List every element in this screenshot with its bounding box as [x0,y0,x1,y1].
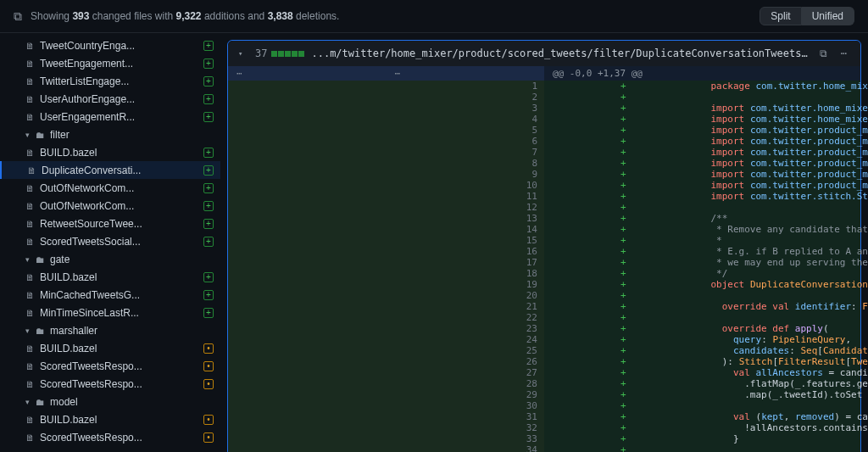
diff-badge: + [203,272,214,282]
code-content[interactable]: ): Stitch[FilterResult[TweetCandidate]] … [703,356,861,367]
tree-file[interactable]: 🗎BUILD.bazel+ [0,268,220,286]
code-content[interactable]: */ [703,268,861,279]
code-content[interactable]: override def apply( [703,323,861,334]
diff-marker: + [544,136,703,147]
line-number-new: 7 [387,147,545,158]
tree-file[interactable]: 🗎ScoredTweetsRespo...• [0,428,220,446]
diff-marker: + [544,312,703,323]
tree-file[interactable]: 🗎TwitterListEngage...+ [0,72,220,90]
code-content[interactable]: } [703,433,861,444]
tree-file[interactable]: 🗎TweetEngagement...+ [0,54,220,72]
diff-marker: + [544,180,703,191]
code-content[interactable]: import com.twitter.product_mixer.core.mo… [703,158,861,169]
code-content[interactable]: val allAncestors = candidates [703,367,861,378]
diff-content[interactable]: ▾ 37 ...m/twitter/home_mixer/product/sco… [220,33,868,452]
code-content[interactable]: query: PipelineQuery, [703,334,861,345]
code-content[interactable]: package com.twitter.home_mixer.product.s… [703,81,861,92]
diff-badge: + [203,112,214,122]
tree-file[interactable]: 🗎UserEngagementR...+ [0,108,220,126]
tree-file[interactable]: 🗎OutOfNetworkCom...+ [0,197,220,215]
file-name: BUILD.bazel [40,147,200,159]
code-content[interactable]: !allAncestors.contains(CandidatesUtil.ge… [703,422,861,433]
tree-folder[interactable]: ▾🖿marshaller [0,321,220,339]
tree-file[interactable]: 🗎BUILD.bazel+ [0,143,220,161]
tree-file[interactable]: 🗎BUILD.bazel• [0,339,220,357]
sidebar-toggle-icon[interactable]: ⧉ [14,9,22,24]
kebab-icon[interactable]: ⋯ [837,47,850,59]
copy-icon[interactable]: ⧉ [816,47,831,59]
code-content[interactable]: import com.twitter.home_mixer.model.Home… [703,103,861,114]
code-line: 6+import com.twitter.product_mixer.core.… [228,136,860,147]
code-content[interactable] [703,444,861,452]
code-content[interactable] [703,92,861,103]
code-content[interactable]: import com.twitter.product_mixer.core.pi… [703,180,861,191]
code-line: 4+import com.twitter.home_mixer.util.Can… [228,114,860,125]
code-content[interactable] [703,202,861,213]
code-content[interactable] [703,312,861,323]
line-number-new: 13 [387,213,545,224]
unified-button[interactable]: Unified [802,7,854,25]
code-content[interactable]: * Remove any candidate that is in the an… [703,224,861,235]
tree-file[interactable]: 🗎ScoredTweetsRespo...• [0,375,220,393]
code-content[interactable]: .map(_.tweetId).toSet [703,389,861,400]
code-content[interactable]: override val identifier: FilterIdentifie… [703,301,861,312]
code-content[interactable] [703,400,861,411]
code-content[interactable]: object DuplicateConversationTweetsFilter… [703,279,861,290]
tree-file[interactable]: 🗎DuplicateConversati...+ [0,161,220,179]
code-content[interactable]: candidates: Seq[CandidateWithFeatures[Tw… [703,345,861,356]
code-line: 3+import com.twitter.home_mixer.model.Ho… [228,103,860,114]
code-content[interactable]: .flatMap(_.features.getOrElse(AncestorsF… [703,378,861,389]
file-tree-sidebar[interactable]: 🗎TweetCountryEnga...+🗎TweetEngagement...… [0,33,220,452]
chevron-down-icon[interactable]: ▾ [238,49,248,58]
line-number-old [228,378,387,389]
line-number-new: 21 [387,301,545,312]
code-content[interactable]: import com.twitter.product_mixer.core.fu… [703,147,861,158]
line-number-old [228,433,387,444]
line-number-new: 1 [387,81,545,92]
split-button[interactable]: Split [760,7,801,25]
code-content[interactable]: import com.twitter.product_mixer.compone… [703,125,861,136]
file-icon: 🗎 [25,343,35,354]
code-content[interactable] [703,290,861,301]
code-line: 5+import com.twitter.product_mixer.compo… [228,125,860,136]
line-number-new: 20 [387,290,545,301]
tree-file[interactable]: 🗎ScoredTweetsSocial...+ [0,232,220,250]
code-content[interactable]: /** [703,213,861,224]
line-number-new: 19 [387,279,545,290]
code-content[interactable]: import com.twitter.product_mixer.core.fu… [703,136,861,147]
code-line: 33+ } [228,433,860,444]
tree-folder[interactable]: ▾🖿filter [0,126,220,143]
tree-file[interactable]: 🗎MinCachedTweetsG...+ [0,286,220,304]
tree-folder[interactable]: ▾🖿gate [0,250,220,268]
tree-file[interactable]: 🗎BUILD.bazel• [0,410,220,428]
code-line: 22+ [228,312,860,323]
code-content[interactable]: * E.g. if B replied to A and D was a ret… [703,246,861,257]
code-content[interactable]: val (kept, removed) = candidates.partiti… [703,411,861,422]
file-icon: 🗎 [25,415,35,425]
line-number-new: 32 [387,422,545,433]
tree-folder[interactable]: ▾🖿model [0,393,220,410]
folder-icon: 🖿 [36,397,45,407]
tree-file[interactable]: 🗎TweetCountryEnga...+ [0,36,220,54]
line-number-old [228,444,387,452]
diff-badge: + [203,94,214,104]
tree-file[interactable]: 🗎UserAuthorEngage...+ [0,90,220,108]
tree-file[interactable]: 🗎ScoredTweetsRespo...• [0,357,220,375]
code-table: ⋯ ⋯ @@ -0,0 +1,37 @@ 1+package com.twitt… [228,66,860,452]
file-name: DuplicateConversati... [42,165,200,176]
diff-badge: + [203,76,214,86]
diff-marker: + [544,345,703,356]
file-icon: 🗎 [25,290,35,300]
code-content[interactable]: import com.twitter.home_mixer.util.Candi… [703,114,861,125]
code-content[interactable]: * [703,235,861,246]
code-line: 11+import com.twitter.stitch.Stitch [228,191,860,202]
diff-marker: + [544,433,703,444]
line-number-old [228,268,387,279]
tree-file[interactable]: 🗎RetweetSourceTwee...+ [0,215,220,232]
tree-file[interactable]: 🗎MinTimeSinceLastR...+ [0,304,220,321]
code-content[interactable]: import com.twitter.product_mixer.core.mo… [703,169,861,180]
file-name: MinTimeSinceLastR... [40,307,200,319]
code-content[interactable]: import com.twitter.stitch.Stitch [703,191,861,202]
code-content[interactable]: * we may end up serving the same tweet t… [703,257,861,268]
tree-file[interactable]: 🗎OutOfNetworkCom...+ [0,179,220,197]
